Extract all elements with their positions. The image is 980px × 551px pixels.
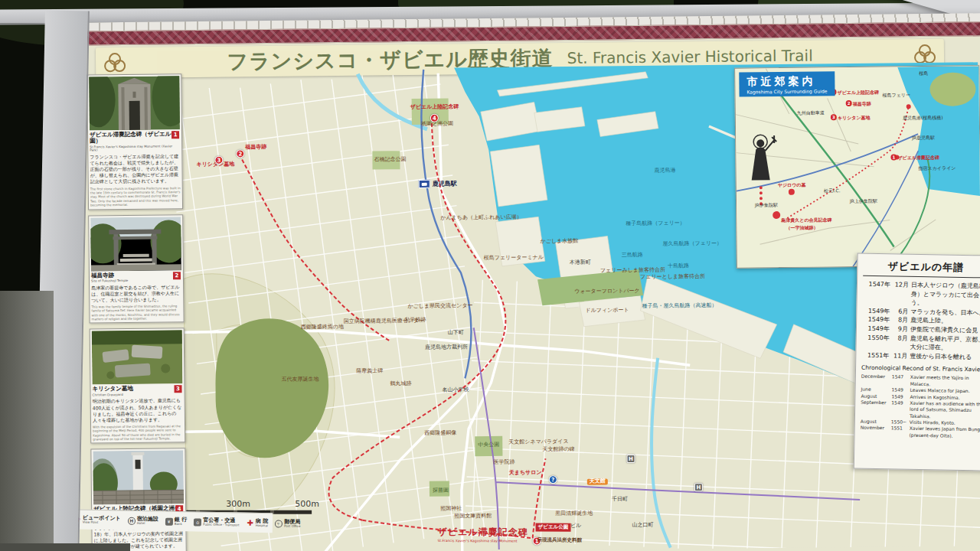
legend-icon [194,518,201,526]
legend-item: 官公署・交通 Public Office・Transport [194,517,240,527]
inset-label: JR上伊集院駅 [850,199,877,204]
photo-landing-monument [93,451,184,505]
sidebar-card-2: 2 福昌寺跡 Site of Fukushoji Temple 島津家の菩提寺で… [88,214,184,324]
kagoshima-station: 鹿児島駅 [419,179,457,188]
legend-icon [275,520,283,527]
photo-stage: フランシスコ・ザビエル歴史街道 St. Francis Xavier Histo… [0,0,980,551]
xavier-park-tag: ザビエル公園 [536,523,571,532]
chronology-en-rows: December 1547 Xavier meets the Yajiro in… [860,373,980,440]
inset-label: 鹿児島港(桜島桟橋) [903,116,943,121]
legend-item: 郵便局 Post Office [275,519,301,528]
legend-icon [165,517,173,525]
chronology-row: 1551年 11月 豊後から日本を離れる [861,350,980,361]
sign-frame-post [0,291,54,551]
legend-item: 銀 行 Bank [165,517,188,527]
legend-item: 病 院 Hospital [247,519,269,528]
chronology-panel: ザビエルの年譜 1547年 12月 日本人ヤジロウ（鹿児島出身）とマラッカにて出… [854,253,980,471]
photo-christian-graveyard [92,331,183,385]
number-badge: 3 [831,114,837,120]
inset-label: JR伊集院駅 [755,203,778,208]
inset-label: 1ザビエル滞麑記念碑 [890,154,939,161]
museum-label: 示現流兵法所史料館 [537,537,583,544]
inset-label: 松元I.C. [824,188,841,194]
sign-stand [0,543,130,551]
surrounding-guide-inset: 市近郊案内 Kagoshima City Surrounding Guide 桜… [734,65,980,268]
chronology-row: 1550年 8月 鹿児島を離れ平戸、京都、大分に滞在。 [861,333,980,353]
legend-item: 宿泊施設 Hotel [128,517,158,526]
photo-xavier-park-monument [89,76,180,130]
number-badge: 3 [174,386,181,393]
chronology-title-en: Chronological Recond of St. Francis Xavi… [861,364,980,373]
sidebar-card-3: 3 キリシタン墓地 Christian Graveyard 明治初期のキリシタン… [90,328,186,444]
inset-label: ヤジロウの墓 [778,183,806,188]
inset-title: 市近郊案内 Kagoshima City Surrounding Guide [739,71,835,96]
inset-label: 指宿スカイライン [919,166,956,171]
number-badge: 2 [846,100,852,106]
inset-label: 九州自動車道 [797,110,825,116]
inset-label: （一宇治城跡） [786,226,818,231]
inset-label: 4ザビエル上陸記念碑 [830,89,879,96]
chronology-row-en: November 1551 Xavier leaves Japan from B… [860,425,980,440]
inset-label: 桜島フェリー [883,93,910,98]
inset-label: 桜島 [919,71,928,77]
chronology-row: 1547年 12月 日本人ヤジロウ（鹿児島出身）とマラッカにて出会う。 [862,280,980,309]
inset-label: JR鹿児島駅 [912,135,935,141]
number-badge: 2 [173,272,181,279]
sidebar-card-4: 4 ザビエル上陸記念碑（祇園之洲公園） St.Francis Xavier's … [90,448,187,551]
xavier-monument-label: ザビエル滞麑記念碑 St.Francis Xavier's Kagoshima … [438,526,622,543]
inset-label: 2福昌寺跡 [846,100,871,107]
number-badge: 1 [890,154,897,160]
legend-icon [247,519,254,527]
photo-fukushoji-site [90,217,181,271]
station-icon [419,180,430,188]
inset-label: 島津貴久との会見記念碑 [781,217,831,223]
inset-label: 3キリシタン墓地 [831,114,871,121]
legend-item: ビューポイント View Point [74,515,121,524]
sidebar: 1 ザビエル滞麑記念碑（ザビエル公園） St.Francis Xavier's … [87,73,186,530]
sidebar-card-1: 1 ザビエル滞麑記念碑（ザビエル公園） St.Francis Xavier's … [87,73,183,210]
chronology-jp-rows: 1547年 12月 日本人ヤジロウ（鹿児島出身）とマラッカにて出会う。 1549… [861,280,980,362]
chronology-row-en: September 1549 Xavier has an audience wi… [861,399,980,421]
legend-icon [128,517,136,524]
number-badge: 1 [172,131,179,139]
